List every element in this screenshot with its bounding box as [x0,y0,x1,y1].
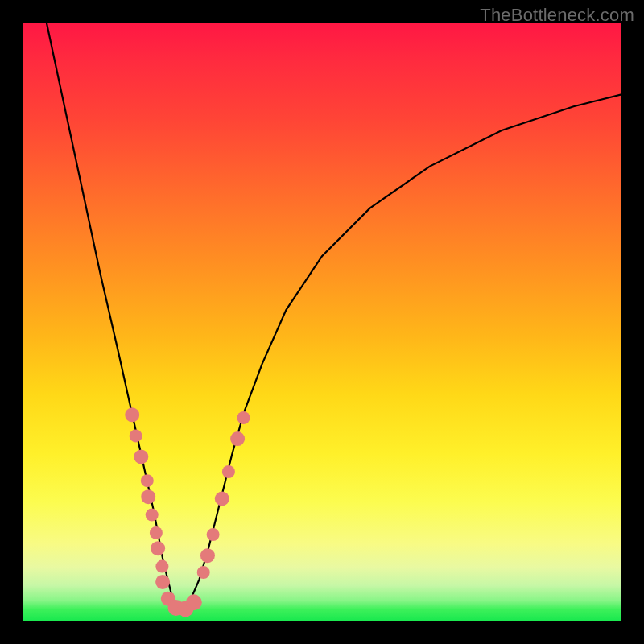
data-point-dot [150,526,163,539]
data-point-dot [151,541,165,555]
data-point-dot [200,548,215,563]
data-point-dot [186,594,202,610]
chart-frame: TheBottleneck.com [0,0,644,644]
data-point-dot [230,431,245,446]
data-point-dot [197,566,210,579]
data-point-dot [130,429,142,442]
data-point-dot [155,560,168,573]
valley-dots [161,592,202,617]
data-point-dot [146,509,159,522]
watermark-text: TheBottleneck.com [480,5,634,26]
data-point-dot [222,465,235,478]
data-point-dot [215,492,229,506]
left-branch-dots [125,407,170,589]
data-point-dot [237,411,250,424]
data-point-dot [134,449,148,464]
data-point-dot [141,489,155,504]
bottleneck-curve [47,23,621,609]
bottleneck-chart-svg [23,23,621,621]
data-point-dot [207,528,220,541]
data-point-dot [155,575,170,589]
plot-area [23,23,621,621]
data-point-dot [125,407,139,422]
right-branch-dots [197,411,250,579]
data-point-dot [141,474,154,487]
